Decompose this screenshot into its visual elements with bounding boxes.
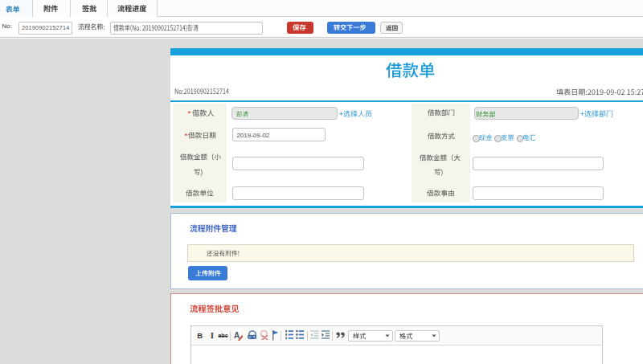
svg-text:A: A xyxy=(234,331,240,340)
